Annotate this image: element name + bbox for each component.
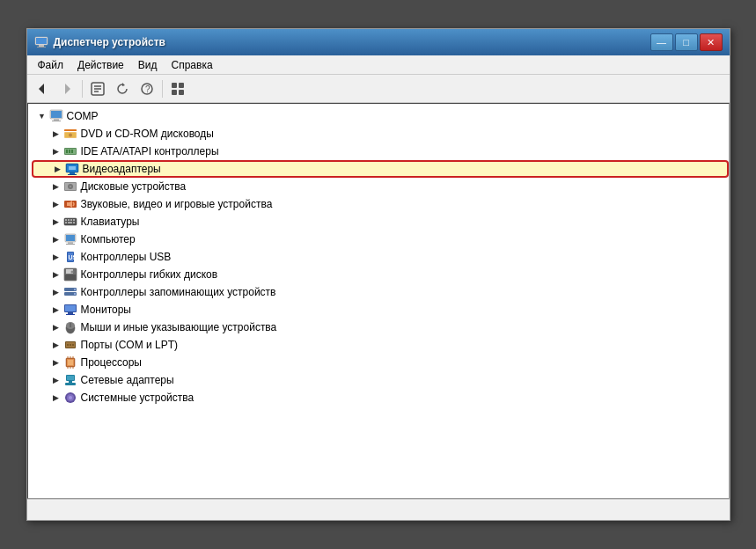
network-expander[interactable]: ▶: [49, 373, 63, 387]
storage-label: Контроллеры запоминающих устройств: [81, 286, 276, 298]
floppy-icon: [63, 267, 77, 282]
properties-icon: [91, 82, 105, 96]
root-icon: [49, 109, 63, 123]
tree-item-computer[interactable]: ▶ Компьютер: [32, 231, 729, 248]
tree-item-mouse[interactable]: ▶ Мыши и иные указывающие устройства: [32, 318, 729, 336]
root-label: COMP: [67, 110, 99, 122]
svg-rect-65: [65, 305, 76, 311]
dvd-label: DVD и CD-ROM дисководы: [81, 128, 214, 140]
status-bar: [27, 499, 730, 520]
forward-button[interactable]: [55, 78, 78, 99]
tree-root-item[interactable]: ▼ COMP: [32, 107, 729, 125]
mouse-icon: [63, 320, 77, 334]
tree-item-usb[interactable]: ▶ USB Контроллеры USB: [32, 248, 729, 266]
refresh-button[interactable]: [111, 78, 134, 99]
tree-item-ide[interactable]: ▶ IDE ATA/ATAPI контроллеры: [32, 143, 729, 160]
maximize-button[interactable]: □: [675, 33, 698, 51]
svg-point-63: [74, 293, 76, 295]
svg-marker-10: [122, 83, 125, 86]
back-button[interactable]: [31, 78, 54, 99]
tree-item-dvd[interactable]: ▶ DVD и CD-ROM дисководы: [32, 125, 729, 143]
usb-expander[interactable]: ▶: [49, 250, 63, 264]
svg-rect-52: [66, 244, 75, 245]
tree-item-storage[interactable]: ▶ Контроллеры запоминающих устройств: [32, 283, 729, 301]
root-expander[interactable]: ▼: [35, 109, 49, 123]
svg-point-75: [72, 344, 74, 346]
svg-point-91: [69, 396, 72, 399]
tree-item-monitor[interactable]: ▶ Мониторы: [32, 301, 729, 318]
menu-bar: Файл Действие Вид Справка: [27, 55, 730, 75]
tree-root: ▼ COMP ▶: [28, 107, 729, 406]
ports-expander[interactable]: ▶: [49, 338, 63, 352]
ide-icon: [63, 144, 77, 158]
properties-button[interactable]: [86, 78, 109, 99]
system-icon: [63, 391, 77, 405]
tree-item-cpu[interactable]: ▶ Проце: [32, 354, 729, 371]
main-content: ▼ COMP ▶: [27, 103, 730, 499]
svg-point-24: [69, 134, 72, 137]
ide-expander[interactable]: ▶: [49, 144, 63, 158]
floppy-label: Контроллеры гибких дисков: [81, 268, 218, 281]
tree-item-ports[interactable]: ▶ Порты (COM и LPT): [32, 336, 729, 354]
tree-item-audio[interactable]: ▶ Звуковые, видео и игровые устройства: [32, 195, 729, 213]
cpu-icon: [63, 355, 77, 370]
refresh-icon: [115, 82, 129, 96]
menu-help[interactable]: Справка: [165, 57, 220, 73]
svg-rect-45: [73, 219, 75, 221]
device-tree[interactable]: ▼ COMP ▶: [27, 103, 730, 499]
svg-point-38: [70, 186, 71, 187]
svg-rect-34: [68, 174, 77, 175]
svg-rect-66: [68, 312, 73, 314]
svg-rect-48: [73, 222, 75, 223]
menu-action[interactable]: Действие: [70, 57, 131, 73]
system-label: Системные устройства: [81, 392, 195, 404]
usb-label: Контроллеры USB: [81, 251, 172, 263]
help-button[interactable]: ?: [136, 78, 158, 99]
svg-marker-4: [39, 84, 44, 94]
svg-point-74: [70, 344, 71, 346]
close-button[interactable]: ✕: [700, 33, 723, 51]
usb-icon: USB: [63, 250, 77, 264]
svg-rect-14: [179, 83, 184, 88]
menu-view[interactable]: Вид: [131, 57, 165, 73]
svg-rect-78: [68, 360, 73, 365]
disk-expander[interactable]: ▶: [49, 179, 63, 194]
cpu-label: Процессоры: [81, 356, 143, 369]
video-icon: [65, 162, 79, 176]
svg-rect-87: [69, 381, 72, 383]
ide-label: IDE ATA/ATAPI контроллеры: [81, 145, 219, 157]
cpu-expander[interactable]: ▶: [49, 355, 63, 370]
view-button[interactable]: [166, 78, 189, 99]
monitor-expander[interactable]: ▶: [49, 303, 63, 317]
svg-rect-88: [65, 383, 76, 385]
svg-point-73: [67, 344, 69, 346]
tree-item-disk[interactable]: ▶ Дисковые устройства: [32, 178, 729, 195]
computer-expander[interactable]: ▶: [49, 232, 63, 246]
svg-rect-67: [66, 314, 75, 315]
audio-label: Звуковые, видео и игровые устройства: [81, 198, 273, 210]
svg-rect-28: [69, 150, 70, 153]
tree-item-video[interactable]: ▶ Видеоадаптеры: [32, 160, 729, 178]
tree-item-floppy[interactable]: ▶ Контроллеры гибких дисков: [32, 266, 729, 283]
dvd-expander[interactable]: ▶: [49, 127, 63, 141]
svg-rect-94: [65, 398, 67, 399]
system-expander[interactable]: ▶: [49, 391, 63, 405]
tree-item-keyboard[interactable]: ▶ Клавиатуры: [32, 213, 729, 231]
tree-item-system[interactable]: ▶ Системные устройства: [32, 389, 729, 406]
menu-file[interactable]: Файл: [31, 57, 71, 73]
keyboard-expander[interactable]: ▶: [49, 215, 63, 229]
mouse-expander[interactable]: ▶: [49, 320, 63, 334]
video-expander[interactable]: ▶: [51, 162, 65, 176]
svg-rect-95: [74, 398, 76, 399]
window-icon: [34, 35, 48, 49]
floppy-expander[interactable]: ▶: [49, 267, 63, 282]
svg-rect-92: [70, 392, 70, 394]
audio-expander[interactable]: ▶: [49, 197, 63, 211]
svg-rect-42: [65, 219, 67, 221]
tree-item-network[interactable]: ▶ Сетевые адаптеры: [32, 371, 729, 389]
minimize-button[interactable]: —: [650, 33, 673, 51]
storage-expander[interactable]: ▶: [49, 285, 63, 299]
svg-rect-32: [69, 166, 76, 170]
network-icon: [63, 373, 77, 387]
svg-rect-3: [37, 47, 46, 48]
